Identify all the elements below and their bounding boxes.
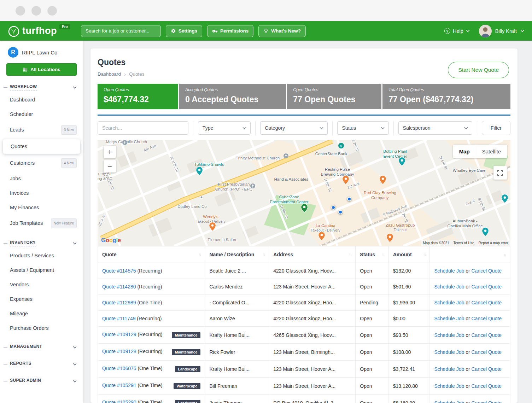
sidebar-item-products-services[interactable]: Products / Services bbox=[0, 249, 83, 263]
help-menu[interactable]: ? Help bbox=[444, 28, 470, 34]
quote-link[interactable]: Quote #105290 bbox=[102, 399, 136, 403]
cancel-quote-link[interactable]: Cancel Quote bbox=[471, 349, 502, 355]
sort-icon[interactable]: ↑↓ bbox=[198, 252, 200, 256]
sidebar-item-leads[interactable]: Leads3 New bbox=[0, 122, 83, 138]
sidebar-item-my-finances[interactable]: My Finances bbox=[0, 200, 83, 215]
quote-location-marker[interactable] bbox=[338, 210, 343, 214]
map-fullscreen-button[interactable] bbox=[493, 166, 507, 180]
header-search-input[interactable] bbox=[81, 25, 161, 37]
quote-row[interactable]: Quote #114575 (Recurring) Beatle Juice 2… bbox=[98, 263, 510, 279]
attraction-pin-marker[interactable] bbox=[398, 157, 405, 167]
column-header-name-description[interactable]: Name / Description↑↓ bbox=[205, 246, 269, 263]
cancel-quote-link[interactable]: Cancel Quote bbox=[471, 300, 502, 305]
window-control-dot[interactable] bbox=[16, 6, 25, 16]
schedule-job-link[interactable]: Schedule Job bbox=[434, 400, 464, 403]
breadcrumb-dashboard[interactable]: Dashboard bbox=[98, 71, 121, 77]
park-pin-marker[interactable] bbox=[301, 204, 308, 214]
cancel-quote-link[interactable]: Cancel Quote bbox=[471, 332, 502, 338]
filter-select-category[interactable]: Category bbox=[260, 121, 328, 135]
schedule-job-link[interactable]: Schedule Job bbox=[434, 332, 464, 338]
restaurant-pin-marker[interactable] bbox=[318, 232, 325, 242]
all-locations-button[interactable]: All Locations bbox=[6, 63, 77, 76]
map[interactable]: Marys Catholic ChurchTuhkimo ShawlsTrini… bbox=[98, 140, 510, 246]
quote-link[interactable]: Quote #109128 bbox=[102, 349, 136, 354]
cancel-quote-link[interactable]: Cancel Quote bbox=[471, 284, 502, 290]
attraction-pin-marker[interactable] bbox=[196, 167, 203, 177]
sidebar-item-invoices[interactable]: Invoices bbox=[0, 186, 83, 200]
sidebar-item-purchase-orders[interactable]: Purchase Orders bbox=[0, 321, 83, 335]
cancel-quote-link[interactable]: Cancel Quote bbox=[471, 366, 502, 372]
quote-row[interactable]: Quote #114280 (Recurring) Carlos Mendez … bbox=[98, 279, 510, 295]
sort-icon[interactable]: ↑↓ bbox=[382, 252, 384, 256]
cancel-quote-link[interactable]: Cancel Quote bbox=[471, 383, 502, 389]
filter-button[interactable]: Filter bbox=[482, 121, 510, 135]
church-marker[interactable] bbox=[250, 183, 256, 190]
window-control-dot[interactable] bbox=[47, 6, 57, 16]
schedule-job-link[interactable]: Schedule Job bbox=[434, 316, 464, 321]
user-menu[interactable]: Billy Kraft bbox=[479, 25, 524, 37]
schedule-job-link[interactable]: Schedule Job bbox=[434, 268, 464, 274]
start-new-quote-button[interactable]: Start New Quote bbox=[448, 62, 509, 78]
quote-row[interactable]: Quote #109128 (Recurring)Maintenance Ric… bbox=[98, 344, 510, 361]
sidebar-item-mileage[interactable]: Mileage bbox=[0, 306, 83, 321]
sort-icon[interactable]: ↑↓ bbox=[262, 252, 264, 256]
sidebar-item-jobs[interactable]: Jobs bbox=[0, 171, 83, 186]
sort-icon[interactable]: ↑↓ bbox=[504, 253, 506, 257]
map-zoom-in-button[interactable]: + bbox=[104, 146, 116, 158]
restaurant-pin-marker[interactable] bbox=[342, 175, 349, 186]
column-header-amount[interactable]: Amount↑↓ bbox=[388, 246, 430, 263]
sidebar-section-reports[interactable]: REPORTS bbox=[0, 358, 83, 369]
sidebar-section-super-admin[interactable]: SUPER ADMIN bbox=[0, 375, 83, 386]
column-header-status[interactable]: Status↑↓ bbox=[356, 246, 388, 263]
restaurant-pin-marker[interactable] bbox=[209, 222, 216, 232]
column-header-actions[interactable]: ↑↓ bbox=[430, 246, 510, 263]
quote-row[interactable]: Quote #106075 (One Time)Landscape Krafty… bbox=[98, 361, 510, 378]
map-view-button[interactable]: Map bbox=[453, 145, 476, 158]
company-switcher[interactable]: R RIIPL Lawn Co bbox=[0, 47, 83, 58]
church-marker[interactable] bbox=[283, 153, 288, 160]
window-control-dot[interactable] bbox=[31, 6, 41, 16]
sidebar-item-vendors[interactable]: Vendors bbox=[0, 278, 83, 292]
brand-logo[interactable]: turfhop Pro bbox=[8, 25, 70, 37]
sidebar-section-workflow[interactable]: WORKFLOW bbox=[0, 81, 83, 93]
quote-link[interactable]: Quote #109129 bbox=[102, 332, 136, 337]
quote-link[interactable]: Quote #111749 bbox=[102, 316, 135, 321]
restaurant-pin-marker[interactable] bbox=[380, 175, 386, 186]
cancel-quote-link[interactable]: Cancel Quote bbox=[471, 316, 502, 321]
cancel-quote-link[interactable]: Cancel Quote bbox=[471, 400, 502, 403]
sidebar-section-management[interactable]: MANAGEMENT bbox=[0, 341, 83, 352]
sort-icon[interactable]: ↑↓ bbox=[423, 252, 425, 256]
quote-row[interactable]: Quote #105290 (One Time)Landscape Justin… bbox=[98, 395, 510, 403]
quote-link[interactable]: Quote #114575 bbox=[102, 268, 136, 274]
schedule-job-link[interactable]: Schedule Job bbox=[434, 284, 464, 290]
attraction-pin-marker[interactable] bbox=[482, 227, 489, 238]
quote-location-marker[interactable] bbox=[347, 197, 351, 201]
sidebar-section-inventory[interactable]: INVENTORY bbox=[0, 237, 83, 249]
sidebar-item-customers[interactable]: Customers4 New bbox=[0, 155, 83, 171]
cancel-quote-link[interactable]: Cancel Quote bbox=[471, 268, 502, 274]
column-header-address[interactable]: Address↑↓ bbox=[269, 246, 356, 263]
schedule-job-link[interactable]: Schedule Job bbox=[434, 349, 464, 355]
filter-select-type[interactable]: Type bbox=[198, 121, 251, 135]
restaurant-pin-marker[interactable] bbox=[386, 233, 393, 244]
quote-link[interactable]: Quote #114280 bbox=[102, 284, 136, 290]
quote-row[interactable]: Quote #105291 (One Time)Waterscape Bill … bbox=[98, 378, 510, 395]
filter-select-status[interactable]: Status bbox=[337, 121, 388, 135]
schedule-job-link[interactable]: Schedule Job bbox=[434, 300, 464, 305]
quote-row[interactable]: Quote #109129 (Recurring)Maintenance Kra… bbox=[98, 327, 510, 344]
sidebar-item-quotes[interactable]: Quotes bbox=[3, 139, 80, 154]
quote-link[interactable]: Quote #112989 bbox=[102, 300, 136, 305]
poi-dot-marker[interactable] bbox=[200, 196, 203, 199]
sidebar-item-assets-equipment[interactable]: Assets / Equipment bbox=[0, 263, 83, 278]
sidebar-item-expenses[interactable]: Expenses bbox=[0, 292, 83, 306]
permissions-button[interactable]: Permissions bbox=[207, 25, 253, 37]
terms-of-use-link[interactable]: Terms of Use bbox=[454, 241, 474, 245]
attraction-pin-marker[interactable] bbox=[501, 194, 508, 204]
church-marker[interactable] bbox=[122, 140, 128, 147]
sidebar-item-scheduler[interactable]: Scheduler bbox=[0, 107, 83, 122]
sidebar-item-dashboard[interactable]: Dashboard bbox=[0, 93, 83, 107]
quote-row[interactable]: Quote #112989 (One Time) - Complicated O… bbox=[98, 295, 510, 311]
quote-link[interactable]: Quote #105291 bbox=[102, 382, 136, 388]
quotes-search-input[interactable] bbox=[98, 121, 188, 135]
schedule-job-link[interactable]: Schedule Job bbox=[434, 366, 464, 372]
